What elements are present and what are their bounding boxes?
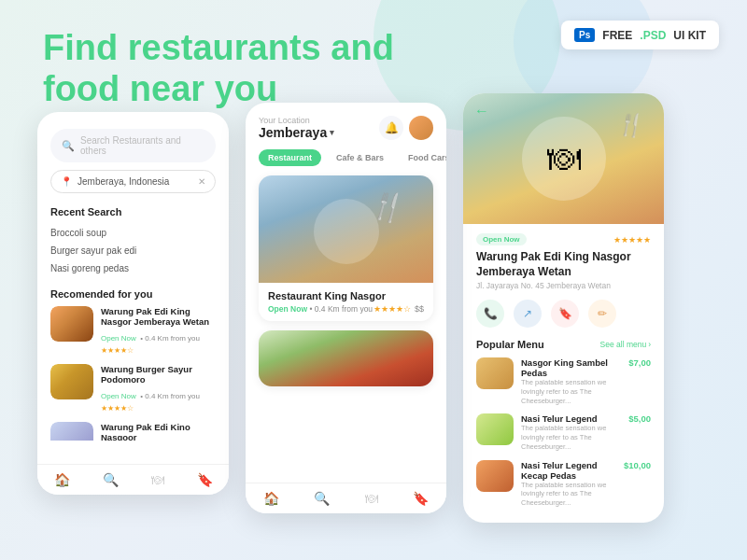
rec-item-info: Warung Pak Edi King Nasgor Jemberaya Wet… — [101, 306, 216, 355]
nav-food-icon-2[interactable]: 🍽 — [365, 491, 378, 506]
phone2-bottom-nav: 🏠 🔍 🍽 🔖 — [246, 483, 446, 513]
badge-free: FREE — [602, 29, 632, 42]
restaurant-stars-price: ★★★★☆ $$ — [374, 304, 424, 314]
detail-stars: ★★★★★ — [613, 235, 651, 245]
food-image-3 — [50, 422, 93, 441]
rec-item-image — [50, 422, 93, 441]
psd-badge[interactable]: Ps FREE .PSD UI KIT — [561, 21, 719, 49]
rec-item-image — [50, 306, 93, 342]
see-all-chevron-icon: › — [648, 340, 651, 349]
menu-item-image-2 — [476, 413, 514, 445]
restaurant-name-1: Restaurant King Nasgor — [268, 290, 424, 301]
tab-cafe[interactable]: Cafe & Bars — [327, 149, 393, 166]
menu-item-image-3 — [476, 460, 514, 492]
menu-item-info-2: Nasi Telur Legend The palatable sensatio… — [521, 413, 621, 451]
restaurant-stars: ★★★★☆ — [374, 304, 411, 314]
clear-location-icon[interactable]: ✕ — [198, 176, 205, 187]
recent-search-title: Recent Search — [50, 206, 216, 217]
hero-food-decoration: 🍽 — [522, 117, 606, 201]
menu-item-1[interactable]: Nasgor King Sambel Pedas The palatable s… — [476, 357, 651, 405]
menu-item-info-3: Nasi Telur Legend Kecap Pedas The palata… — [521, 460, 616, 508]
directions-button[interactable]: ↗ — [514, 300, 542, 328]
search-placeholder: Search Restaurants and others — [80, 135, 204, 156]
rec-item-info: Warung Pak Edi Kino Nasgoor — [101, 422, 216, 441]
restaurant-card-image-2 — [259, 330, 433, 386]
rec-item-partial: Warung Pak Edi Kino Nasgoor — [50, 422, 216, 441]
food-image-1 — [50, 306, 93, 342]
restaurant-card-2[interactable] — [259, 330, 433, 386]
phone1-content: 🔍 Search Restaurants and others 📍 Jember… — [37, 112, 229, 459]
recent-item[interactable]: Burger sayur pak edi — [50, 242, 216, 259]
recommended-title: Recomended for you — [50, 288, 216, 300]
menu-item-info-1: Nasgor King Sambel Pedas The palatable s… — [521, 357, 621, 405]
nav-bookmark-icon[interactable]: 🔖 — [197, 472, 213, 487]
rec-open: Open Now — [101, 392, 136, 400]
rec-item-image — [50, 364, 93, 399]
category-tabs: Restaurant Cafe & Bars Food Cars Coff — [246, 140, 446, 166]
search-bar[interactable]: 🔍 Search Restaurants and others — [50, 129, 216, 162]
see-all-link[interactable]: See all menu › — [600, 340, 651, 349]
nav-home-icon-2[interactable]: 🏠 — [263, 491, 279, 506]
recent-item[interactable]: Broccoli soup — [50, 224, 216, 242]
rec-meta: Open Now • 0.4 Km from you — [101, 385, 216, 402]
status-stars-row: Open Now ★★★★★ — [476, 233, 651, 248]
rec-open: Open Now — [101, 334, 136, 343]
rec-stars: ★★★★☆ — [101, 404, 216, 413]
restaurant-open-dist: Open Now • 0.4 Km from you — [268, 304, 373, 314]
menu-item-2[interactable]: Nasi Telur Legend The palatable sensatio… — [476, 413, 651, 451]
restaurant-detail-name: Warung Pak Edi King Nasgor Jemberaya Wet… — [476, 250, 651, 279]
menu-item-desc-3: The palatable sensation we lovingly refe… — [521, 481, 616, 508]
menu-item-desc-2: The palatable sensation we lovingly refe… — [521, 424, 621, 451]
phone2-header-icons: 🔔 — [379, 116, 433, 140]
tab-food-cars[interactable]: Food Cars — [399, 149, 446, 166]
nav-search-icon-2[interactable]: 🔍 — [314, 491, 330, 506]
location-bar[interactable]: 📍 Jemberaya, Indonesia ✕ — [50, 170, 216, 193]
rec-name: Warung Pak Edi Kino Nasgoor — [101, 422, 216, 441]
bell-icon[interactable]: 🔔 — [379, 116, 403, 140]
popular-menu-title: Popular Menu — [476, 339, 544, 350]
restaurant-card-1[interactable]: 🍴 Restaurant King Nasgor Open Now • 0.4 … — [259, 175, 433, 321]
call-button[interactable]: 📞 — [476, 300, 504, 328]
phone3-body: Open Now ★★★★★ Warung Pak Edi King Nasgo… — [463, 224, 664, 523]
location-icon: 📍 — [61, 176, 72, 187]
menu-item-image-1 — [476, 357, 514, 389]
rec-name: Warung Pak Edi King Nasgor Jemberaya Wet… — [101, 306, 216, 328]
title-line1: Find restaurants and — [43, 28, 394, 67]
tab-restaurant[interactable]: Restaurant — [259, 149, 321, 166]
menu-item-price-2: $5,00 — [628, 413, 651, 424]
rec-item[interactable]: Warung Burger Sayur Podomoro Open Now • … — [50, 364, 216, 413]
location-chevron-icon: ▾ — [330, 128, 334, 137]
open-now-badge: Open Now — [476, 233, 527, 245]
back-arrow-icon[interactable]: ← — [474, 103, 489, 119]
phone-list-screen: Your Location Jemberaya ▾ 🔔 Restaurant C… — [246, 103, 446, 513]
search-icon: 🔍 — [62, 140, 75, 152]
phone1-bottom-nav: 🏠 🔍 🍽 🔖 — [37, 464, 229, 495]
popular-menu-header: Popular Menu See all menu › — [476, 339, 651, 350]
menu-item-name-3: Nasi Telur Legend Kecap Pedas — [521, 460, 616, 481]
restaurant-hero-image: ← 🍽 🍴 — [463, 93, 664, 224]
edit-button[interactable]: ✏ — [588, 300, 616, 328]
nav-bookmark-icon-2[interactable]: 🔖 — [413, 491, 429, 506]
bookmark-button[interactable]: 🔖 — [551, 300, 579, 328]
see-all-text: See all menu — [600, 340, 647, 349]
hero-fork-icon: 🍴 — [615, 110, 647, 141]
menu-item-3[interactable]: Nasi Telur Legend Kecap Pedas The palata… — [476, 460, 651, 508]
nav-food-icon[interactable]: 🍽 — [151, 472, 164, 487]
food-image-2 — [50, 364, 93, 399]
rec-stars: ★★★★☆ — [101, 346, 216, 355]
badge-suffix: UI KIT — [673, 29, 706, 42]
restaurant-meta-1: Open Now • 0.4 Km from you ★★★★☆ $$ — [268, 304, 424, 314]
phone2-header-wrap: Your Location Jemberaya ▾ 🔔 — [246, 103, 446, 140]
rec-item-info: Warung Burger Sayur Podomoro Open Now • … — [101, 364, 216, 413]
page-title: Find restaurants and food near you — [43, 28, 394, 109]
title-line2: food near you — [43, 69, 277, 108]
nav-home-icon[interactable]: 🏠 — [54, 472, 70, 487]
user-avatar[interactable] — [409, 116, 433, 140]
recommended-section: Recomended for you Warung Pak Edi King N… — [50, 288, 216, 441]
rec-item[interactable]: Warung Pak Edi King Nasgor Jemberaya Wet… — [50, 306, 216, 355]
ps-icon: Ps — [574, 28, 595, 42]
nav-search-icon[interactable]: 🔍 — [103, 472, 119, 487]
rec-meta: Open Now • 0.4 Km from you — [101, 328, 216, 344]
restaurant-open-status: Open Now — [268, 304, 307, 314]
recent-item[interactable]: Nasi goreng pedas — [50, 259, 216, 277]
